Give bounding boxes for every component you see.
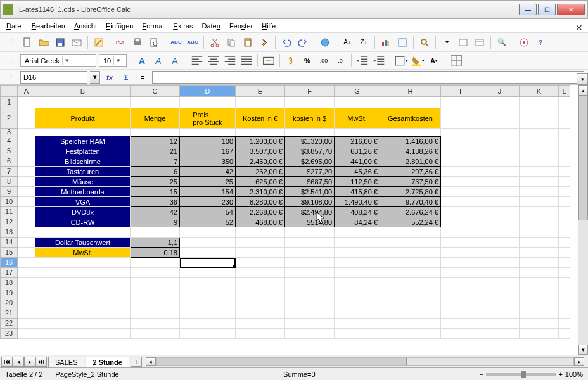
cell[interactable] bbox=[285, 97, 335, 108]
cell[interactable] bbox=[441, 156, 480, 167]
cell[interactable] bbox=[520, 258, 559, 268]
cell[interactable] bbox=[18, 177, 35, 187]
cell[interactable] bbox=[35, 329, 131, 339]
gesamt[interactable]: 4.138,26 € bbox=[380, 146, 441, 156]
align-right-icon[interactable] bbox=[223, 54, 237, 68]
cell[interactable] bbox=[559, 156, 570, 167]
find-icon[interactable] bbox=[418, 35, 431, 49]
cell[interactable] bbox=[35, 227, 131, 238]
cell[interactable] bbox=[18, 187, 35, 197]
cell[interactable] bbox=[480, 146, 520, 156]
autospell-icon[interactable]: ABC bbox=[186, 35, 200, 49]
cell[interactable] bbox=[285, 329, 335, 339]
cell[interactable] bbox=[441, 129, 480, 136]
cell[interactable] bbox=[480, 177, 520, 187]
cell[interactable] bbox=[285, 278, 335, 288]
cell[interactable] bbox=[559, 129, 570, 136]
menu-format[interactable]: Format bbox=[142, 22, 164, 30]
percent-icon[interactable]: % bbox=[300, 54, 314, 68]
mwst[interactable]: 631,26 € bbox=[335, 146, 380, 156]
col-header-J[interactable]: J bbox=[480, 86, 520, 97]
kosten-eur[interactable]: 2.450,00 € bbox=[236, 156, 285, 167]
cell[interactable] bbox=[559, 207, 570, 217]
kosten-usd[interactable]: $3.857,70 bbox=[285, 146, 335, 156]
cell[interactable] bbox=[480, 329, 520, 339]
row-header-2[interactable]: 2 bbox=[0, 108, 18, 129]
col-header-K[interactable]: K bbox=[520, 86, 559, 97]
cell[interactable] bbox=[520, 129, 559, 136]
gesamt[interactable]: 9.770,40 € bbox=[380, 197, 441, 207]
preis[interactable]: 350 bbox=[180, 156, 236, 167]
zoom-value[interactable]: 100% bbox=[565, 370, 583, 378]
cell[interactable] bbox=[236, 129, 285, 136]
cell[interactable] bbox=[335, 97, 380, 108]
tab-sales[interactable]: SALES bbox=[48, 357, 84, 368]
cell[interactable] bbox=[35, 268, 131, 278]
handle-icon[interactable]: ⋮ bbox=[4, 54, 18, 68]
handle-icon[interactable]: ⋮ bbox=[4, 70, 18, 84]
cell[interactable] bbox=[18, 308, 35, 319]
cell[interactable] bbox=[180, 308, 236, 319]
cell[interactable] bbox=[380, 288, 441, 298]
col-header-G[interactable]: G bbox=[335, 86, 380, 97]
cell[interactable] bbox=[285, 258, 335, 268]
document-close-button[interactable]: ✕ bbox=[575, 23, 583, 33]
formula-input[interactable] bbox=[152, 71, 584, 84]
sum-display[interactable]: Summe=0 bbox=[283, 370, 315, 378]
cell[interactable] bbox=[131, 308, 180, 319]
kosten-usd[interactable]: $514,80 bbox=[285, 217, 335, 227]
whatsthis-icon[interactable]: ? bbox=[534, 35, 547, 49]
cell[interactable] bbox=[520, 288, 559, 298]
cell[interactable] bbox=[520, 227, 559, 238]
menu-fenster[interactable]: Fenster bbox=[229, 22, 253, 30]
mwst[interactable]: 415,80 € bbox=[335, 187, 380, 197]
cell[interactable] bbox=[520, 108, 559, 129]
kosten-eur[interactable]: 8.280,00 € bbox=[236, 197, 285, 207]
cell[interactable] bbox=[480, 207, 520, 217]
sum-icon[interactable]: Σ bbox=[119, 70, 133, 84]
borders-icon[interactable]: ▾ bbox=[394, 54, 408, 68]
row-header-5[interactable]: 5 bbox=[0, 146, 18, 156]
gesamt[interactable]: 737,50 € bbox=[380, 177, 441, 187]
gesamt[interactable]: 552,24 € bbox=[380, 217, 441, 227]
cell[interactable] bbox=[480, 268, 520, 278]
cell[interactable] bbox=[380, 298, 441, 308]
cell[interactable] bbox=[18, 97, 35, 108]
kosten-usd[interactable]: $687,50 bbox=[285, 177, 335, 187]
kosten-usd[interactable]: $277,20 bbox=[285, 167, 335, 177]
cell[interactable] bbox=[520, 97, 559, 108]
row-header-13[interactable]: 13 bbox=[0, 227, 18, 238]
cell[interactable] bbox=[335, 248, 380, 258]
cell[interactable] bbox=[285, 129, 335, 136]
cell[interactable] bbox=[35, 258, 131, 268]
menu-einfuegen[interactable]: Einfügen bbox=[106, 22, 133, 30]
cell[interactable] bbox=[480, 248, 520, 258]
col-header-F[interactable]: F bbox=[285, 86, 335, 97]
cell[interactable] bbox=[559, 278, 570, 288]
cell[interactable] bbox=[335, 319, 380, 329]
cell[interactable] bbox=[335, 308, 380, 319]
cell[interactable] bbox=[380, 248, 441, 258]
menge[interactable]: 7 bbox=[131, 156, 180, 167]
cell[interactable] bbox=[285, 227, 335, 238]
edit-icon[interactable] bbox=[92, 35, 106, 49]
cell[interactable] bbox=[180, 97, 236, 108]
cell[interactable] bbox=[131, 329, 180, 339]
cell[interactable] bbox=[559, 319, 570, 329]
product-name[interactable]: Bildschirme bbox=[35, 156, 131, 167]
cell[interactable] bbox=[236, 308, 285, 319]
cell[interactable] bbox=[18, 136, 35, 146]
zoom-in-icon[interactable]: + bbox=[558, 370, 562, 378]
cell[interactable] bbox=[18, 227, 35, 238]
cell[interactable] bbox=[18, 146, 35, 156]
cell[interactable] bbox=[180, 329, 236, 339]
align-left-icon[interactable] bbox=[190, 54, 204, 68]
name-box-dropdown[interactable]: ▾ bbox=[90, 71, 100, 84]
cell[interactable] bbox=[441, 167, 480, 177]
handle-icon[interactable]: ⋮ bbox=[4, 35, 18, 49]
cell[interactable] bbox=[236, 278, 285, 288]
cell[interactable] bbox=[559, 329, 570, 339]
close-button[interactable]: ✕ bbox=[557, 4, 585, 15]
copy-icon[interactable] bbox=[224, 35, 238, 49]
row-header-6[interactable]: 6 bbox=[0, 156, 18, 167]
